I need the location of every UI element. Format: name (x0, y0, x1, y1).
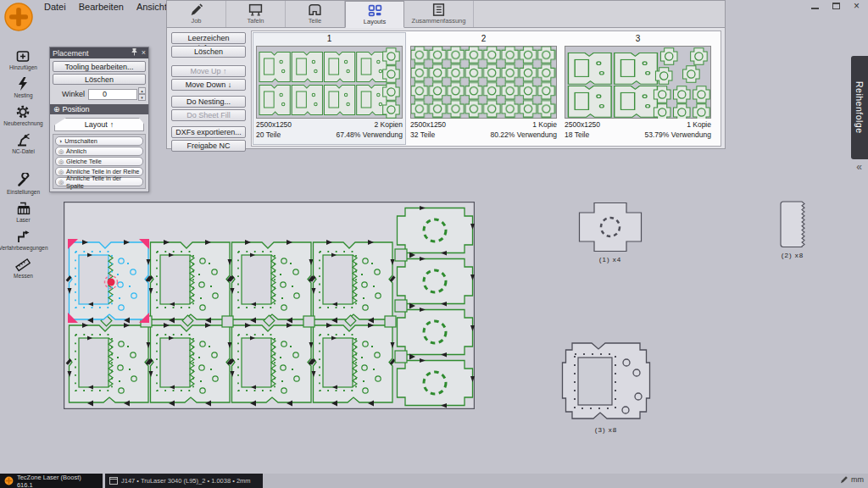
copies: 2 Kopien (374, 120, 403, 129)
menu-item-ansicht[interactable]: Ansicht (136, 2, 167, 12)
lead-in-marker[interactable] (108, 279, 115, 286)
placement-panel: Placement × Tooling bearbeiten... Lösche… (49, 47, 149, 192)
insert-blank-button[interactable]: Leerzeichen einfügen (171, 32, 246, 44)
part-count: 20 Teile (256, 130, 281, 139)
tab-reihenfolge[interactable]: Reihenfolge (851, 56, 868, 159)
loose-part-3[interactable] (561, 339, 651, 424)
pencil-small-icon (840, 475, 849, 484)
release-nc-button[interactable]: Freigabe NC (171, 140, 246, 152)
tab-job[interactable]: Job (167, 1, 226, 27)
taskbar-app-button[interactable]: TecZone Laser (Boost) 616.1 (0, 474, 103, 488)
angle-label: Winkel (53, 90, 88, 98)
usage: 67.48% Verwendung (337, 130, 403, 139)
panel-close-icon[interactable]: × (142, 48, 146, 58)
row-parts-icon: ◎ (58, 169, 64, 175)
export-dxfs-button[interactable]: DXFs exportieren... (171, 126, 246, 138)
sidebar-item-laser[interactable]: Laser (16, 201, 31, 223)
delete-layout-button[interactable]: Löschen (171, 46, 246, 58)
sheet-canvas[interactable] (64, 202, 475, 409)
loose-part-3-label: (3) x8 (561, 426, 651, 434)
spinner-up-icon[interactable]: ▴ (138, 87, 146, 94)
position-section-header[interactable]: ⊕ Position (50, 104, 148, 114)
option-gleiche-teile[interactable]: ◎ Gleiche Teile (55, 157, 143, 166)
sheet-size: 2500x1250 (565, 120, 600, 129)
option-aehnlich[interactable]: ◎ Ähnlich (55, 147, 143, 156)
do-sheet-fill-button[interactable]: Do Sheet Fill (171, 109, 246, 121)
top-panel: Job Tafeln Teile Layouts (166, 0, 726, 149)
sidebar-item-einstellungen[interactable]: Einstellungen (7, 173, 40, 195)
same-parts-icon: ◎ (58, 158, 64, 165)
layout-thumbnail-1 (256, 46, 403, 119)
move-up-button[interactable]: Move Up ↑ (171, 65, 246, 77)
move-down-button[interactable]: Move Down ↓ (171, 79, 246, 91)
nested-part[interactable] (229, 240, 314, 324)
copies: 1 Kopie (687, 120, 711, 129)
layout-number: 1 (256, 34, 403, 46)
collapse-chevron-icon[interactable]: « (856, 161, 862, 173)
nested-part[interactable] (147, 240, 233, 324)
loose-part-2[interactable] (778, 200, 807, 249)
nested-part[interactable] (310, 323, 396, 407)
nested-part[interactable] (398, 206, 476, 256)
ruler-icon (15, 257, 31, 272)
statusbar: TecZone Laser (Boost) 616.1 J147 • TruLa… (0, 474, 868, 488)
sheet-size: 2500x1250 (256, 120, 292, 129)
layouts-grid-icon (368, 4, 382, 17)
part-count: 18 Teile (565, 130, 589, 139)
laser-machine-icon (16, 201, 31, 216)
layouts-list: 1 2500x1250 2 Kopien 20 Teile 67.48% Ver… (251, 30, 721, 147)
nested-part[interactable] (147, 323, 233, 407)
add-box-icon (15, 48, 31, 64)
option-umschalten[interactable]: ◑ Umschalten (55, 136, 143, 146)
do-nesting-button[interactable]: Do Nesting... (171, 96, 246, 108)
nested-part[interactable] (66, 323, 152, 407)
sidebar-item-hinzufuegen[interactable]: Hinzufügen (9, 48, 37, 70)
tooling-edit-button[interactable]: Tooling bearbeiten... (53, 61, 146, 72)
pin-icon[interactable] (131, 48, 137, 58)
sidebar-item-neuberechnung[interactable]: Neuberechnung (3, 104, 42, 126)
angle-input[interactable]: 0 (88, 89, 137, 100)
option-aehnliche-teile-spalte[interactable]: ◎ Ähnliche Teile in der Spalte (55, 177, 143, 186)
toggle-icon: ◑ (58, 138, 62, 144)
nested-part[interactable] (398, 308, 476, 358)
angle-spinner: ▴ ▾ (138, 87, 146, 101)
wrench-icon (16, 173, 31, 188)
nested-part[interactable] (398, 257, 476, 307)
layout-card-3[interactable]: 3 2500x1250 1 (562, 33, 714, 144)
sidebar-item-verfahrbewegungen[interactable]: Verfahrbewegungen (0, 229, 48, 251)
nested-part[interactable] (398, 358, 476, 408)
sidebar-item-nesting[interactable]: Nesting (14, 76, 32, 98)
tab-zusammenfassung[interactable]: Zusammenfassung (404, 1, 474, 27)
nested-part[interactable] (310, 240, 396, 324)
part-count: 32 Teile (410, 130, 435, 139)
nested-part[interactable] (229, 323, 314, 407)
sidebar-item-nc-datei[interactable]: NC-Datei (12, 132, 35, 154)
sidebar-item-messen[interactable]: Messen (14, 257, 33, 279)
layout-card-2[interactable]: 2 2500x1250 1 Kopie 32 Teile 80.22% Verw… (408, 33, 559, 144)
layout-options-list: ◑ Umschalten ◎ Ähnlich ◎ Gleiche Teile ◎… (53, 134, 146, 189)
layout-number: 2 (410, 34, 557, 46)
layout-actions: Leerzeichen einfügen Löschen Move Up ↑ M… (170, 30, 248, 147)
maximize-icon[interactable] (832, 3, 840, 9)
traverse-path-icon (16, 229, 31, 244)
tab-teile[interactable]: Teile (286, 1, 345, 27)
layout-thumbnail-3 (565, 46, 711, 119)
layout-section-tab[interactable]: Layout ↑ (54, 118, 144, 131)
tab-tafeln[interactable]: Tafeln (226, 1, 286, 27)
sidebar: Hinzufügen Nesting Neuberechnung NC-Date… (0, 48, 47, 285)
menu-item-datei[interactable]: Datei (44, 2, 66, 12)
minimize-icon[interactable] (811, 8, 819, 9)
sheet-board-icon (248, 3, 263, 16)
close-icon[interactable]: × (854, 2, 860, 10)
menu-item-bearbeiten[interactable]: Bearbeiten (79, 2, 124, 12)
app-logo-icon (3, 2, 34, 34)
layout-card-1[interactable]: 1 2500x1250 2 Kopien 20 Teile 67.48% Ver… (253, 33, 405, 144)
job-window-icon (109, 477, 118, 485)
units-indicator: mm (840, 475, 864, 484)
placement-title: Placement (53, 49, 127, 58)
tab-layouts[interactable]: Layouts (345, 1, 404, 28)
spinner-down-icon[interactable]: ▾ (138, 94, 146, 101)
job-status-button[interactable]: J147 • TruLaser 3040 (L95)_2 • 1.0038 • … (105, 474, 263, 488)
placement-delete-button[interactable]: Löschen (53, 74, 146, 85)
loose-part-1[interactable] (578, 202, 643, 252)
